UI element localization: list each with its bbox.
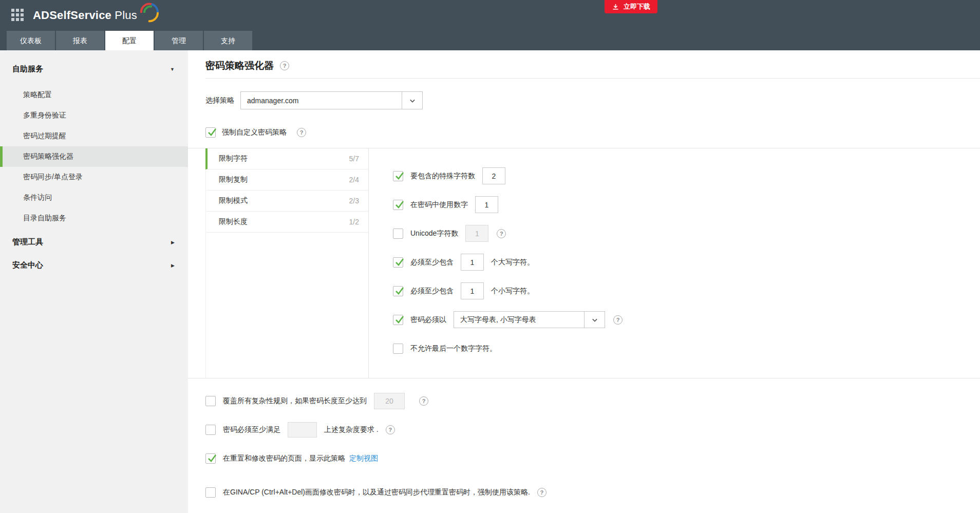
app-logo: ADSelfService Plus [33, 9, 161, 22]
chevron-down-icon: ▼ [170, 67, 175, 72]
override-complexity-help-icon[interactable]: ? [419, 396, 428, 406]
main-nav: 仪表板 报表 配置 管理 支持 [0, 31, 980, 50]
check-icon [206, 127, 218, 138]
top-header: ADSelfService Plus 立即下载 [0, 0, 980, 31]
rule-special-chars: 要包含的特殊字符数 [393, 167, 980, 185]
sidebar-item-password-expiry-notification[interactable]: 密码过期提醒 [0, 126, 188, 146]
chevron-right-icon: ▶ [171, 263, 175, 268]
rule-tab-restrict-repetition[interactable]: 限制复制 2/4 [205, 169, 368, 191]
override-complexity-checkbox[interactable] [205, 396, 216, 406]
uppercase-count-input[interactable] [461, 254, 484, 271]
enforce-gina-checkbox[interactable] [205, 487, 216, 498]
sidebar-item-password-policy-enforcer[interactable]: 密码策略强化器 [0, 146, 188, 167]
enforce-custom-policy-row: 强制自定义密码策略 ? [205, 127, 980, 138]
sidebar-item-conditional-access[interactable]: 条件访问 [0, 187, 188, 208]
special-chars-count-input[interactable] [482, 167, 505, 184]
option-min-complexities: 密码必须至少满足 上述复杂度要求 . ? [205, 421, 980, 439]
page-title-help-icon[interactable]: ? [280, 61, 289, 70]
must-begin-with-help-icon[interactable]: ? [613, 315, 623, 325]
logo-swoosh-icon [139, 2, 160, 24]
sidebar-item-password-sync-sso[interactable]: 密码同步/单点登录 [0, 167, 188, 187]
check-icon [394, 314, 405, 326]
rule-tab-count: 2/3 [349, 197, 359, 205]
must-begin-with-select[interactable]: 大写字母表, 小写字母表 [454, 311, 605, 328]
tab-admin[interactable]: 管理 [155, 31, 203, 50]
unicode-chars-checkbox[interactable] [393, 229, 403, 239]
min-complexities-count-input [288, 422, 317, 438]
rule-unicode-chars: Unicode字符数 ? [393, 224, 980, 242]
min-complexities-help-icon[interactable]: ? [386, 425, 395, 434]
check-icon [394, 286, 405, 297]
sidebar-item-policy-configuration[interactable]: 策略配置 [0, 85, 188, 105]
rule-must-begin-with: 密码必须以 大写字母表, 小写字母表 ? [393, 311, 980, 329]
rule-numerals: 在密码中使用数字 [393, 196, 980, 214]
min-complexities-checkbox[interactable] [205, 425, 216, 435]
download-icon [612, 3, 619, 11]
page-title: 密码策略强化器 [205, 59, 274, 72]
tab-support[interactable]: 支持 [204, 31, 252, 50]
check-icon [394, 257, 405, 268]
sidebar-group-admin-tools[interactable]: 管理工具 ▶ [0, 231, 188, 254]
app-title-main: ADSelfService [33, 9, 111, 22]
check-icon [206, 453, 218, 464]
unicode-chars-help-icon[interactable]: ? [497, 229, 506, 238]
sidebar-group-security-center[interactable]: 安全中心 ▶ [0, 254, 188, 277]
chevron-down-icon [584, 312, 605, 328]
unicode-chars-count-input [465, 225, 488, 242]
rule-tab-count: 1/2 [349, 218, 359, 226]
numerals-count-input[interactable] [475, 196, 498, 213]
download-now-button[interactable]: 立即下载 [605, 0, 657, 13]
check-icon [394, 170, 405, 182]
global-options: 覆盖所有复杂性规则，如果密码长度至少达到 ? 密码必须至少满足 上述复杂度要求 … [205, 392, 980, 502]
display-policy-checkbox[interactable] [205, 453, 216, 464]
rule-options: 要包含的特殊字符数 在密码中使用数字 Unicode字符数 ? [369, 148, 980, 378]
rule-category-tabs: 限制字符 5/7 限制复制 2/4 限制模式 2/3 限制长度 1/2 [205, 148, 369, 378]
override-length-input [374, 393, 405, 409]
rule-uppercase: 必须至少包含 个大写字符。 [393, 253, 980, 271]
tab-dashboard[interactable]: 仪表板 [7, 31, 55, 50]
sidebar: 自助服务 ▼ 策略配置 多重身份验证 密码过期提醒 密码策略强化器 密码同步/单… [0, 50, 188, 513]
rule-no-trailing-digit: 不允许最后一个数字字符。 [393, 339, 980, 357]
check-icon [394, 199, 405, 211]
chevron-right-icon: ▶ [171, 240, 175, 245]
customize-view-link[interactable]: 定制视图 [349, 454, 378, 463]
rule-lowercase: 必须至少包含 个小写字符。 [393, 282, 980, 300]
enforce-custom-policy-help-icon[interactable]: ? [297, 128, 306, 137]
lowercase-checkbox[interactable] [393, 286, 403, 296]
policy-select-label: 选择策略 [205, 96, 234, 105]
sidebar-item-directory-self-service[interactable]: 目录自助服务 [0, 208, 188, 229]
main-content: 密码策略强化器 ? 选择策略 admanager.com 强制自定义密码策略 ? [188, 50, 980, 513]
sidebar-item-mfa[interactable]: 多重身份验证 [0, 105, 188, 126]
numerals-checkbox[interactable] [393, 200, 403, 210]
no-trailing-digit-checkbox[interactable] [393, 344, 403, 354]
tab-reports[interactable]: 报表 [56, 31, 104, 50]
rule-tab-count: 5/7 [349, 155, 359, 163]
uppercase-checkbox[interactable] [393, 257, 403, 268]
enforce-gina-help-icon[interactable]: ? [537, 488, 546, 497]
option-override-complexity: 覆盖所有复杂性规则，如果密码长度至少达到 ? [205, 392, 980, 410]
chevron-down-icon [402, 92, 422, 109]
option-enforce-gina: 在GINA/CP (Ctrl+Alt+Del)画面修改密码时，以及通过密码同步代… [205, 483, 980, 502]
policy-select[interactable]: admanager.com [240, 91, 423, 109]
enforce-custom-policy-checkbox[interactable] [205, 127, 216, 138]
rule-tab-count: 2/4 [349, 176, 359, 184]
tab-configuration[interactable]: 配置 [105, 31, 154, 50]
rule-tab-restrict-patterns[interactable]: 限制模式 2/3 [205, 191, 368, 212]
rule-tab-restrict-characters[interactable]: 限制字符 5/7 [205, 148, 368, 169]
must-begin-with-checkbox[interactable] [393, 315, 403, 325]
policy-rules-panel: 限制字符 5/7 限制复制 2/4 限制模式 2/3 限制长度 1/2 [188, 148, 980, 378]
sidebar-group-self-service[interactable]: 自助服务 ▼ [0, 58, 188, 81]
policy-select-row: 选择策略 admanager.com [205, 91, 980, 109]
special-chars-checkbox[interactable] [393, 171, 403, 181]
apps-grid-icon[interactable] [11, 9, 25, 22]
rule-tab-restrict-length[interactable]: 限制长度 1/2 [205, 212, 368, 233]
lowercase-count-input[interactable] [461, 282, 484, 299]
option-display-policy: 在重置和修改密码的页面，显示此策略 定制视图 [205, 449, 980, 468]
